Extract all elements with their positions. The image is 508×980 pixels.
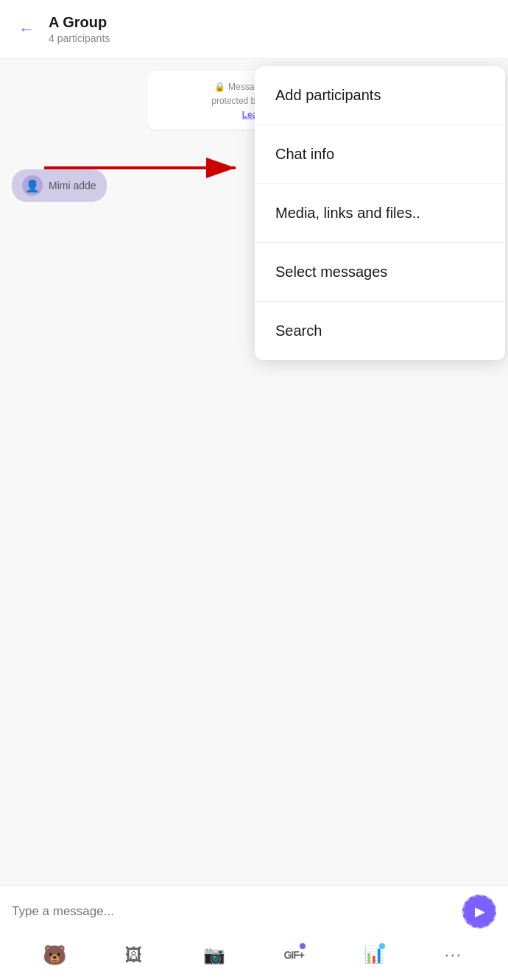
sticker-button[interactable]: 🖼 <box>121 942 147 968</box>
dropdown-overlay[interactable]: Add participants Chat info Media, links … <box>0 59 508 884</box>
emoji-icon: 🐻 <box>43 944 66 967</box>
camera-icon: 📷 <box>203 945 225 965</box>
gif-button[interactable]: GIF+ <box>281 942 307 968</box>
more-icon: ··· <box>445 945 462 965</box>
gif-icon: GIF+ <box>283 949 304 961</box>
more-button[interactable]: ··· <box>440 942 467 968</box>
voice-dot-badge <box>379 943 385 949</box>
dropdown-menu: Add participants Chat info Media, links … <box>255 66 505 360</box>
chat-header: ← A Group 4 participants <box>0 0 508 59</box>
menu-item-add-participants[interactable]: Add participants <box>255 66 505 125</box>
voice-button[interactable]: 📊 <box>360 942 387 968</box>
emoji-button[interactable]: 🐻 <box>41 942 68 968</box>
send-icon: ▶ <box>475 903 485 920</box>
send-button[interactable]: ▶ <box>462 895 496 928</box>
bottom-toolbar: ▶ 🐻 🖼 📷 GIF+ 📊 ··· <box>0 885 508 980</box>
menu-item-chat-info[interactable]: Chat info <box>255 125 505 184</box>
chat-title: A Group <box>49 14 496 31</box>
sticker-icon: 🖼 <box>125 945 143 965</box>
gif-dot-badge <box>300 943 306 949</box>
toolbar-icons-row: 🐻 🖼 📷 GIF+ 📊 ··· <box>0 937 508 980</box>
camera-button[interactable]: 📷 <box>201 942 227 968</box>
header-info: A Group 4 participants <box>49 14 496 44</box>
menu-item-media-links-files[interactable]: Media, links and files.. <box>255 184 505 243</box>
back-button[interactable]: ← <box>12 15 41 44</box>
menu-item-search[interactable]: Search <box>255 302 505 360</box>
annotation-arrow <box>37 146 250 193</box>
chat-area: 🔒 Messages in thisprotected by Viber's e… <box>0 59 508 884</box>
message-input-row: ▶ <box>0 886 508 937</box>
message-input[interactable] <box>12 904 454 919</box>
menu-item-select-messages[interactable]: Select messages <box>255 243 505 302</box>
back-arrow-icon: ← <box>18 20 35 39</box>
participants-count: 4 participants <box>49 32 496 44</box>
